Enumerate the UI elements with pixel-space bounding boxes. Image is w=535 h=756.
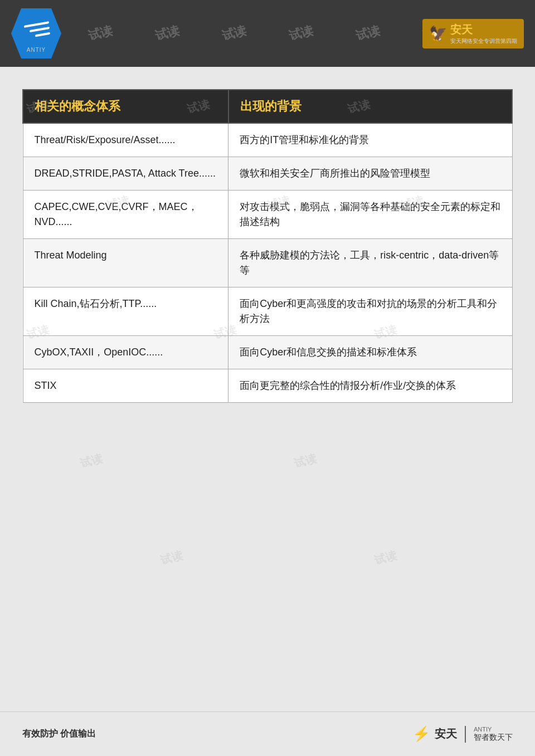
right-cell-5: 面向Cyber和信息交换的描述和标准体系 bbox=[228, 336, 512, 369]
right-cell-0: 西方的IT管理和标准化的背景 bbox=[228, 123, 512, 157]
table-row: STIX面向更完整的综合性的情报分析/作业/交换的体系 bbox=[23, 369, 512, 403]
cwm-11: 试读 bbox=[293, 451, 318, 471]
left-cell-4: Kill Chain,钻石分析,TTP...... bbox=[23, 287, 228, 336]
main-content: 试读 试读 试读 试读 试读 试读 试读 试读 试读 试读 试读 试读 试读 相… bbox=[0, 67, 535, 711]
watermark-6: 试读 bbox=[354, 22, 382, 45]
table-row: CAPEC,CWE,CVE,CVRF，MAEC，NVD......对攻击模式，脆… bbox=[23, 191, 512, 239]
concept-table: 相关的概念体系 出现的背景 Threat/Risk/Exposure/Asset… bbox=[22, 89, 513, 403]
right-cell-1: 微软和相关安全厂商所推出的风险管理模型 bbox=[228, 157, 512, 191]
header-brand: 🦅 安天 安天网络安全专训营第四期 bbox=[422, 19, 524, 48]
left-cell-2: CAPEC,CWE,CVE,CVRF，MAEC，NVD...... bbox=[23, 191, 228, 239]
left-cell-5: CybOX,TAXII，OpenIOC...... bbox=[23, 336, 228, 369]
table-row: CybOX,TAXII，OpenIOC......面向Cyber和信息交换的描述… bbox=[23, 336, 512, 369]
left-cell-6: STIX bbox=[23, 369, 228, 403]
left-cell-1: DREAD,STRIDE,PASTA, Attack Tree...... bbox=[23, 157, 228, 191]
col2-header: 出现的背景 bbox=[228, 90, 512, 123]
logo-line-2 bbox=[30, 26, 50, 32]
left-cell-0: Threat/Risk/Exposure/Asset...... bbox=[23, 123, 228, 157]
footer-tagline: 有效防护 价值输出 bbox=[22, 728, 96, 740]
logo-line-1 bbox=[24, 21, 49, 28]
right-cell-3: 各种威胁建模的方法论，工具，risk-centric，data-driven等等 bbox=[228, 239, 512, 287]
antiy-logo: ANTIY bbox=[11, 8, 61, 58]
logo-antiy-text: ANTIY bbox=[27, 47, 46, 53]
footer: 有效防护 价值输出 ⚡ 安天 ANTIY 智者数天下 bbox=[0, 711, 535, 756]
logo-lines bbox=[21, 14, 52, 45]
right-cell-6: 面向更完整的综合性的情报分析/作业/交换的体系 bbox=[228, 369, 512, 403]
table-row: Threat/Risk/Exposure/Asset......西方的IT管理和… bbox=[23, 123, 512, 157]
watermark-5: 试读 bbox=[287, 22, 315, 45]
header: 试读 试读 试读 试读 试读 试读 试读 试读 ANTIY 🦅 安天 安天网络安… bbox=[0, 0, 535, 67]
cwm-10: 试读 bbox=[79, 451, 104, 471]
table-row: Threat Modeling各种威胁建模的方法论，工具，risk-centri… bbox=[23, 239, 512, 287]
cwm-13: 试读 bbox=[373, 548, 398, 568]
left-cell-3: Threat Modeling bbox=[23, 239, 228, 287]
table-row: Kill Chain,钻石分析,TTP......面向Cyber和更高强度的攻击… bbox=[23, 287, 512, 336]
table-row: DREAD,STRIDE,PASTA, Attack Tree......微软和… bbox=[23, 157, 512, 191]
footer-divider bbox=[465, 726, 466, 743]
watermark-4: 试读 bbox=[220, 22, 248, 45]
right-cell-2: 对攻击模式，脆弱点，漏洞等各种基础的安全元素的标定和描述结构 bbox=[228, 191, 512, 239]
logo-line-3 bbox=[35, 32, 50, 37]
brand-eagle-icon: 🦅 bbox=[429, 25, 447, 42]
right-cell-4: 面向Cyber和更高强度的攻击和对抗的场景的分析工具和分析方法 bbox=[228, 287, 512, 336]
brand-subtitle: 安天网络安全专训营第四期 bbox=[450, 37, 517, 45]
watermark-2: 试读 bbox=[86, 22, 114, 45]
brand-name: 安天 bbox=[450, 22, 517, 37]
footer-lightning-icon: ⚡ bbox=[412, 725, 430, 743]
cwm-12: 试读 bbox=[159, 548, 184, 568]
footer-antiy: ANTIY bbox=[474, 726, 513, 733]
col1-header: 相关的概念体系 bbox=[23, 90, 228, 123]
watermark-3: 试读 bbox=[153, 22, 181, 45]
footer-brand-name: 安天 bbox=[435, 726, 457, 742]
footer-brand-sub: 智者数天下 bbox=[474, 733, 513, 743]
footer-brand: ⚡ 安天 ANTIY 智者数天下 bbox=[412, 725, 513, 743]
